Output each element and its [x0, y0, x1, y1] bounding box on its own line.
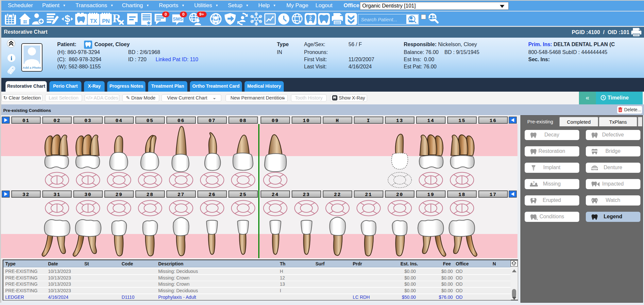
svg-text:32: 32 [22, 192, 29, 198]
svg-text:03: 03 [84, 118, 92, 124]
svg-text:24: 24 [272, 192, 279, 198]
svg-text:$: $ [65, 13, 70, 24]
svg-text:28: 28 [146, 192, 154, 198]
svg-text:H: H [336, 118, 339, 124]
svg-text:09: 09 [272, 118, 279, 124]
svg-text:I: I [367, 118, 370, 124]
svg-text:02: 02 [53, 118, 60, 124]
svg-text:18: 18 [458, 192, 466, 198]
svg-text:2: 2 [309, 15, 312, 21]
svg-text:PN: PN [102, 18, 110, 24]
svg-text:21: 21 [365, 192, 372, 198]
svg-text:26: 26 [209, 192, 216, 198]
svg-text:04: 04 [115, 118, 123, 124]
svg-text:17: 17 [489, 192, 497, 198]
svg-text:i: i [10, 55, 12, 62]
svg-text:23: 23 [303, 192, 310, 198]
svg-text:20: 20 [396, 192, 403, 198]
svg-text:16: 16 [489, 118, 497, 124]
svg-text:01: 01 [22, 118, 29, 124]
svg-text:13: 13 [396, 118, 403, 124]
svg-text:SMS: SMS [173, 16, 183, 22]
svg-text:14: 14 [427, 118, 434, 124]
svg-text:25: 25 [240, 192, 247, 198]
svg-text:TX: TX [90, 18, 97, 24]
svg-text:08: 08 [240, 118, 247, 124]
svg-text:27: 27 [178, 192, 185, 198]
svg-text:22: 22 [334, 192, 341, 198]
svg-text:29: 29 [115, 192, 123, 198]
svg-text:15: 15 [458, 118, 466, 124]
svg-text:31: 31 [53, 192, 60, 198]
svg-text:05: 05 [146, 118, 154, 124]
svg-text:06: 06 [178, 118, 185, 124]
svg-text:30: 30 [84, 192, 92, 198]
svg-text:19: 19 [427, 192, 434, 198]
svg-text:07: 07 [209, 118, 216, 124]
svg-text:10: 10 [303, 118, 310, 124]
